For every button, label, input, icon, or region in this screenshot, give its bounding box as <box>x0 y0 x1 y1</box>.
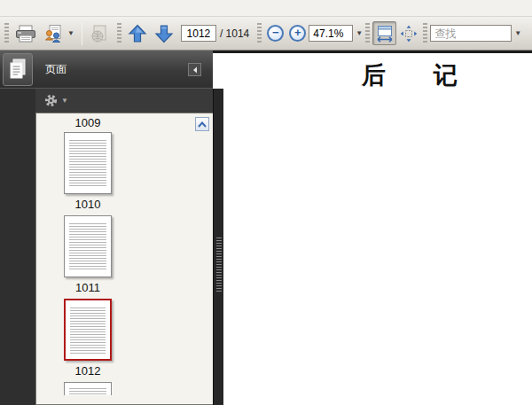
print-button[interactable] <box>12 20 40 47</box>
panel-options-button[interactable]: ▼ <box>35 89 213 113</box>
pages-panel-title: 页面 <box>45 62 66 77</box>
text-line <box>238 201 530 216</box>
page-title: 后 记 <box>263 59 532 91</box>
document-view-top-border <box>213 51 532 53</box>
text-line <box>238 109 530 124</box>
splitter-grip-icon <box>216 238 222 292</box>
text-line <box>238 248 530 263</box>
text-line <box>238 155 530 170</box>
menu-item[interactable] <box>4 6 21 10</box>
text-line <box>238 171 530 186</box>
text-line <box>238 186 530 201</box>
fit-page-icon <box>400 25 418 43</box>
collapse-panel-button[interactable] <box>188 63 201 76</box>
text-line <box>238 278 530 293</box>
page-total-label: / 1014 <box>220 27 249 40</box>
down-arrow-icon <box>154 24 174 43</box>
zoom-in-button[interactable]: + <box>289 25 306 42</box>
text-line <box>238 340 530 355</box>
text-line <box>238 217 530 232</box>
text-line <box>238 232 530 247</box>
up-arrow-icon <box>128 24 147 43</box>
text-line <box>238 401 530 405</box>
page-thumbnail[interactable]: 1010 <box>59 132 116 211</box>
chevron-up-icon <box>198 121 207 128</box>
navigation-sidebar: 页面 ▼ <box>0 51 213 405</box>
zoom-out-button[interactable]: − <box>267 25 284 42</box>
text-line <box>238 140 530 155</box>
page-text <box>238 109 530 405</box>
toolbar-grip[interactable] <box>365 23 370 44</box>
thumbnail-label: 1012 <box>59 364 116 378</box>
thumbnail-label: 1011 <box>59 281 116 294</box>
toolbar-grip[interactable] <box>117 23 121 44</box>
page-thumbnail[interactable] <box>59 382 116 395</box>
zoom-level-input[interactable] <box>309 25 353 42</box>
text-line <box>238 371 530 386</box>
pages-panel-header: 页面 <box>0 51 213 89</box>
thumbnail-image <box>64 215 112 277</box>
pages-icon <box>9 58 27 80</box>
thumbnail-image <box>64 132 112 194</box>
thumbnail-list: 1009 1010 1011 1012 <box>35 113 213 405</box>
toolbar: ▼ / 1014 − + ▼ <box>0 17 532 51</box>
text-line <box>238 263 530 278</box>
page-thumbnail[interactable]: 1011 <box>59 215 116 294</box>
page-number-input[interactable] <box>181 25 216 42</box>
text-line <box>238 324 530 339</box>
share-document-icon <box>43 25 65 43</box>
page-thumbnail[interactable]: 1009 <box>59 116 116 129</box>
menu-item[interactable] <box>92 6 110 10</box>
find-input[interactable] <box>430 25 512 42</box>
text-line <box>238 309 530 324</box>
fit-page-button[interactable] <box>396 21 420 45</box>
text-line <box>238 124 530 139</box>
text-line <box>238 355 530 370</box>
menu-item[interactable] <box>110 6 128 10</box>
printer-icon <box>15 25 36 43</box>
text-line <box>238 386 530 401</box>
left-arrow-icon <box>191 66 200 74</box>
review-document-icon <box>90 25 111 43</box>
toolbar-grip[interactable] <box>4 23 9 44</box>
find-dropdown-arrow-icon[interactable]: ▼ <box>512 25 524 42</box>
toolbar-grip[interactable] <box>257 23 262 44</box>
menu-item[interactable] <box>39 6 57 10</box>
menu-bar <box>0 0 532 17</box>
thumbnail-label: 1009 <box>59 116 116 129</box>
pages-panel-button[interactable] <box>3 53 33 86</box>
toolbar-grip[interactable] <box>423 23 427 44</box>
next-page-button[interactable] <box>151 20 177 47</box>
menu-item[interactable] <box>21 6 39 10</box>
toolbar-separator <box>82 22 82 45</box>
thumbnail-image <box>64 299 112 361</box>
menu-item[interactable] <box>57 6 74 10</box>
previous-page-button[interactable] <box>124 20 151 47</box>
page-thumbnail[interactable]: 1012 <box>59 299 116 378</box>
gear-icon <box>43 93 59 108</box>
zoom-dropdown-arrow-icon[interactable]: ▼ <box>356 29 363 37</box>
sidebar-splitter[interactable] <box>213 89 223 405</box>
share-document-button[interactable]: ▼ <box>40 20 78 47</box>
thumbnail-image <box>64 382 112 395</box>
chevron-down-icon: ▼ <box>61 97 68 105</box>
document-view: 后 记 <box>213 51 532 405</box>
fit-width-button[interactable] <box>372 21 396 45</box>
review-document-button <box>86 20 114 47</box>
thumbnail-label: 1010 <box>59 198 116 211</box>
fit-width-icon <box>376 25 394 43</box>
scroll-up-button[interactable] <box>195 117 209 131</box>
menu-item[interactable] <box>74 6 92 10</box>
chevron-down-icon: ▼ <box>67 29 74 37</box>
pages-panel-body: ▼ 1009 1010 <box>35 89 213 405</box>
text-line <box>238 294 530 309</box>
